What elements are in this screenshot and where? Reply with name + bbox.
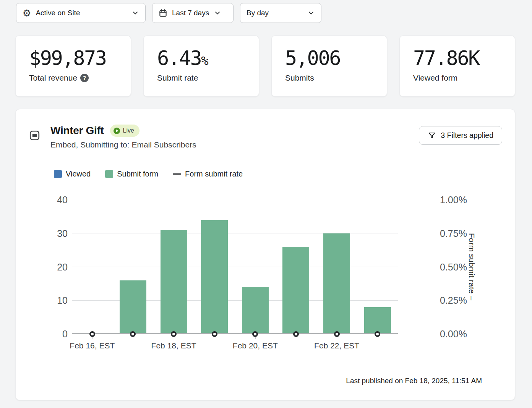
y-axis-left: 010203040 bbox=[16, 200, 68, 334]
live-badge-label: Live bbox=[123, 127, 134, 134]
left-axis-tick-label: 10 bbox=[57, 295, 68, 306]
stat-label-row: Submit rate bbox=[157, 73, 246, 83]
last-published-text: Last published on Feb 18, 2025, 11:51 AM bbox=[346, 377, 482, 385]
stat-value: 77.86K bbox=[413, 47, 502, 69]
y-axis-right-title: Form submit rate – bbox=[465, 200, 478, 334]
granularity-dropdown-label: By day bbox=[247, 9, 269, 17]
form-subtitle: Embed, Submitting to: Email Subscribers bbox=[50, 140, 196, 149]
chevron-down-icon bbox=[214, 9, 221, 17]
x-tick-label: Feb 22, EST bbox=[314, 341, 359, 350]
play-icon bbox=[113, 127, 120, 134]
stat-value-suffix: % bbox=[201, 53, 208, 68]
right-axis-tick-label: 1.00% bbox=[440, 194, 467, 206]
right-axis-tick-label: 0.25% bbox=[440, 295, 467, 306]
left-axis-tick-label: 0 bbox=[62, 329, 68, 340]
x-axis-labels: Feb 16, ESTFeb 18, ESTFeb 20, ESTFeb 22,… bbox=[72, 341, 398, 353]
x-tick-label: Feb 18, EST bbox=[151, 341, 196, 350]
stat-label-row: Viewed form bbox=[413, 73, 502, 83]
rate-marker[interactable] bbox=[130, 331, 136, 337]
stat-card-total-revenue: $99,873Total revenue? bbox=[15, 36, 131, 97]
rate-marker[interactable] bbox=[252, 331, 258, 337]
embed-form-icon bbox=[29, 130, 40, 141]
legend-label: Submit form bbox=[117, 170, 158, 178]
stat-label: Viewed form bbox=[413, 73, 457, 83]
line-swatch-icon bbox=[173, 173, 181, 175]
right-axis-tick-label: 0.50% bbox=[440, 261, 467, 272]
filters-applied-button[interactable]: 3 Filters applied bbox=[419, 126, 502, 145]
filter-icon bbox=[428, 131, 436, 140]
stat-card-submits: 5,006Submits bbox=[271, 36, 387, 97]
filter-bar: ⚙ Active on Site Last 7 days By day bbox=[16, 3, 321, 23]
x-tick-label: Feb 20, EST bbox=[233, 341, 278, 350]
stat-cards-row: $99,873Total revenue?6.43%Submit rate5,0… bbox=[15, 36, 515, 97]
bar-feb-17[interactable] bbox=[120, 280, 146, 334]
chevron-down-icon bbox=[131, 9, 139, 17]
chevron-down-icon bbox=[307, 9, 315, 17]
right-axis-tick-label: 0.00% bbox=[440, 329, 467, 340]
granularity-dropdown[interactable]: By day bbox=[240, 3, 321, 23]
rate-marker[interactable] bbox=[375, 331, 380, 337]
legend-label: Viewed bbox=[66, 170, 91, 178]
right-axis-tick-label: 0.75% bbox=[440, 228, 467, 239]
chart-legend: ViewedSubmit formForm submit rate bbox=[54, 170, 243, 178]
date-range-dropdown[interactable]: Last 7 days bbox=[152, 3, 234, 23]
gear-icon: ⚙ bbox=[23, 8, 31, 18]
filters-applied-label: 3 Filters applied bbox=[441, 131, 493, 140]
stat-label: Total revenue bbox=[29, 73, 77, 83]
stat-value: 5,006 bbox=[285, 47, 374, 69]
bar-feb-22[interactable] bbox=[323, 233, 350, 334]
left-axis-tick-label: 30 bbox=[57, 228, 68, 239]
bar-feb-19[interactable] bbox=[201, 220, 228, 334]
left-axis-tick-label: 40 bbox=[57, 194, 68, 206]
gridline bbox=[72, 200, 398, 200]
stat-value: $99,873 bbox=[29, 47, 118, 69]
legend-item-form-submit-rate[interactable]: Form submit rate bbox=[173, 170, 243, 178]
legend-label: Form submit rate bbox=[185, 170, 243, 178]
plot-area bbox=[72, 200, 398, 334]
stat-label-row: Total revenue? bbox=[29, 73, 118, 83]
bar-feb-18[interactable] bbox=[161, 230, 187, 334]
form-status-dropdown-label: Active on Site bbox=[36, 9, 80, 17]
bar-feb-21[interactable] bbox=[282, 247, 309, 334]
legend-item-viewed[interactable]: Viewed bbox=[54, 170, 91, 178]
form-title: Winter Gift bbox=[50, 125, 104, 137]
stat-label-row: Submits bbox=[285, 73, 374, 83]
rate-marker[interactable] bbox=[89, 331, 95, 337]
rate-marker[interactable] bbox=[334, 331, 340, 337]
left-axis-tick-label: 20 bbox=[57, 261, 68, 272]
stat-value: 6.43% bbox=[157, 47, 246, 69]
form-title-row: Winter Gift Live bbox=[50, 125, 196, 137]
rate-marker[interactable] bbox=[293, 331, 299, 337]
stat-card-submit-rate: 6.43%Submit rate bbox=[143, 36, 259, 97]
rate-marker[interactable] bbox=[212, 331, 217, 337]
form-status-dropdown[interactable]: ⚙ Active on Site bbox=[16, 3, 146, 23]
live-badge: Live bbox=[110, 125, 139, 137]
stat-card-viewed-form: 77.86KViewed form bbox=[399, 36, 515, 97]
help-icon[interactable]: ? bbox=[80, 74, 89, 82]
square-swatch-icon bbox=[105, 170, 113, 178]
legend-item-submit-form[interactable]: Submit form bbox=[105, 170, 158, 178]
stat-label: Submit rate bbox=[157, 73, 198, 83]
rate-marker[interactable] bbox=[171, 331, 177, 337]
calendar-icon bbox=[159, 9, 167, 18]
bar-feb-23[interactable] bbox=[364, 307, 391, 334]
date-range-dropdown-label: Last 7 days bbox=[172, 9, 209, 17]
square-swatch-icon bbox=[54, 170, 62, 178]
card-header: Winter Gift Live Embed, Submitting to: E… bbox=[29, 125, 196, 149]
bar-feb-20[interactable] bbox=[242, 287, 269, 334]
x-tick-label: Feb 16, EST bbox=[70, 341, 115, 350]
x-axis-baseline bbox=[72, 333, 398, 334]
stat-label: Submits bbox=[285, 73, 314, 83]
form-analytics-card: Winter Gift Live Embed, Submitting to: E… bbox=[15, 109, 515, 400]
